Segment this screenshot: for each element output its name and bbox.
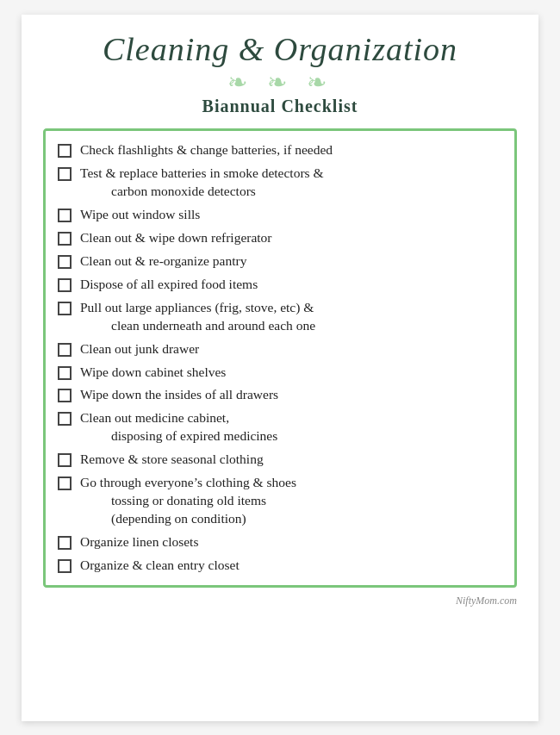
checklist-box: Check flashlights & change batteries, if… (43, 128, 517, 587)
item-text: Clean out medicine cabinet,disposing of … (80, 409, 499, 445)
item-text-continuation: clean underneath and around each one (80, 317, 499, 335)
list-item: Remove & store seasonal clothing (58, 451, 499, 469)
item-text: Clean out & wipe down refrigerator (80, 229, 499, 247)
list-item: Wipe out window sills (58, 206, 499, 224)
item-text: Check flashlights & change batteries, if… (80, 141, 499, 159)
checkbox[interactable] (58, 536, 72, 550)
title-script: Cleaning & Organization (103, 31, 457, 67)
title-serif: Biannual Checklist (43, 97, 517, 116)
item-text: Organize linen closets (80, 533, 499, 551)
checkbox[interactable] (58, 389, 72, 402)
list-item: Clean out & re-organize pantry (58, 252, 499, 271)
checkbox[interactable] (58, 559, 72, 573)
checkbox[interactable] (58, 453, 72, 467)
checkbox[interactable] (58, 255, 72, 269)
list-item: Dispose of all expired food items (58, 276, 499, 294)
checkbox[interactable] (58, 343, 72, 357)
checkbox[interactable] (58, 209, 72, 222)
item-text-continuation: (depending on condition) (80, 510, 499, 528)
item-text-continuation: carbon monoxide detectors (80, 183, 499, 201)
checkbox[interactable] (58, 412, 72, 426)
list-item: Go through everyone’s clothing & shoesto… (58, 474, 499, 528)
list-item: Organize linen closets (58, 533, 499, 551)
item-text: Wipe down cabinet shelves (80, 364, 499, 382)
checkbox[interactable] (58, 167, 72, 181)
checkbox[interactable] (58, 278, 72, 292)
item-text: Clean out junk drawer (80, 340, 499, 358)
list-item: Pull out large appliances (frig, stove, … (58, 299, 499, 335)
item-text: Dispose of all expired food items (80, 276, 499, 294)
item-text: Clean out & re-organize pantry (80, 252, 499, 271)
checkbox[interactable] (58, 232, 72, 246)
list-item: Organize & clean entry closet (58, 557, 499, 575)
list-item: Wipe down the insides of all drawers (58, 386, 499, 404)
list-item: Check flashlights & change batteries, if… (58, 141, 499, 159)
list-item: Clean out & wipe down refrigerator (58, 229, 499, 247)
page: Cleaning & Organization ❧ ❧ ❧ Biannual C… (22, 15, 538, 721)
item-text: Test & replace batteries in smoke detect… (80, 165, 499, 201)
list-item: Clean out junk drawer (58, 340, 499, 358)
decorative-swirl: ❧ ❧ ❧ (43, 71, 517, 95)
list-item: Clean out medicine cabinet,disposing of … (58, 409, 499, 445)
item-text: Go through everyone’s clothing & shoesto… (80, 474, 499, 528)
item-text: Pull out large appliances (frig, stove, … (80, 299, 499, 335)
item-text-continuation: disposing of expired medicines (80, 427, 499, 445)
item-text: Wipe out window sills (80, 206, 499, 224)
checkbox[interactable] (58, 144, 72, 158)
list-item: Test & replace batteries in smoke detect… (58, 165, 499, 201)
checkbox[interactable] (58, 302, 72, 315)
watermark: NiftyMom.com (43, 595, 517, 607)
item-text: Remove & store seasonal clothing (80, 451, 499, 469)
item-text: Wipe down the insides of all drawers (80, 386, 499, 404)
checkbox[interactable] (58, 366, 72, 380)
header: Cleaning & Organization ❧ ❧ ❧ Biannual C… (43, 32, 517, 117)
list-item: Wipe down cabinet shelves (58, 364, 499, 382)
item-text-continuation: tossing or donating old items (80, 492, 499, 510)
item-text: Organize & clean entry closet (80, 557, 499, 575)
checkbox[interactable] (58, 477, 72, 490)
